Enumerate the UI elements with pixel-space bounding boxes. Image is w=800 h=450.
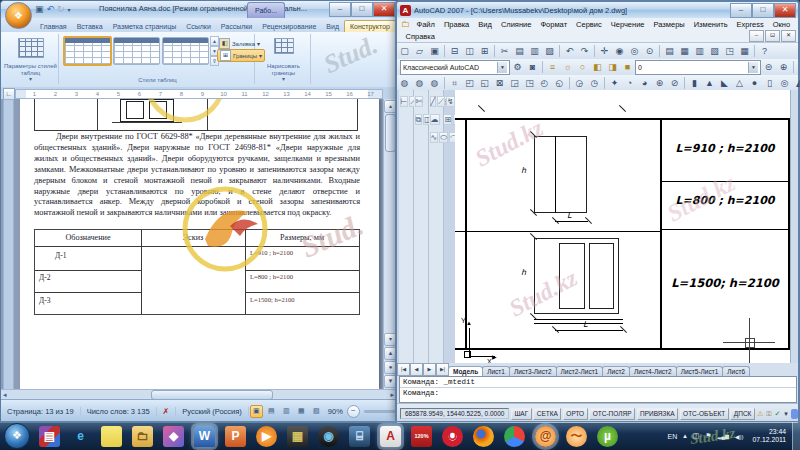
dim-linear-icon[interactable]: [400, 96, 409, 107]
designcenter-icon[interactable]: [678, 45, 691, 58]
autocad-titlebar[interactable]: A AutoCAD 2007 - [C:\Users\Mussabekv\Des…: [397, 2, 798, 18]
layout-tab[interactable]: Лист5-Лист1: [676, 366, 724, 376]
plot-preview-icon[interactable]: [463, 45, 476, 58]
spline-icon[interactable]: [430, 132, 439, 143]
maximize-button[interactable]: □: [752, 3, 774, 18]
taskbar-mailru-agent[interactable]: [535, 426, 556, 447]
language-indicator[interactable]: EN: [667, 433, 677, 440]
taskbar-media-player[interactable]: [256, 426, 277, 447]
maximize-button[interactable]: □: [351, 2, 373, 17]
array-icon[interactable]: [443, 114, 452, 125]
taskbar-winrar[interactable]: [39, 426, 60, 447]
layout-tab[interactable]: Лист3-Лист2: [509, 366, 557, 376]
revcloud-icon[interactable]: [430, 114, 440, 125]
solid-cone-icon[interactable]: [703, 77, 716, 90]
taskbar-powerpoint[interactable]: [225, 426, 246, 447]
sheetset-icon[interactable]: [708, 45, 721, 58]
taskbar-cyberlink[interactable]: [566, 426, 587, 447]
taskbar-autocad[interactable]: [380, 426, 401, 447]
layer-previous-icon[interactable]: [762, 61, 775, 74]
context-tab-group-label[interactable]: Рабо...: [247, 2, 285, 18]
zoom-window-icon[interactable]: [628, 45, 641, 58]
layout-tab[interactable]: Лист6: [722, 366, 750, 376]
mdi-restore-icon[interactable]: ⊡: [765, 30, 780, 42]
network-icon[interactable]: [718, 433, 729, 439]
scroll-right-icon[interactable]: [390, 391, 394, 399]
solid-cone2-icon[interactable]: [733, 77, 746, 90]
zoom-out-icon[interactable]: −: [347, 405, 360, 418]
taskbar-media-player-classic[interactable]: [287, 426, 308, 447]
layer-lock-icon[interactable]: [591, 61, 604, 74]
table-style-options-group[interactable]: Параметры стилей таблиц: [3, 34, 59, 84]
view-icon[interactable]: [508, 77, 521, 90]
next-layout-icon[interactable]: [423, 363, 436, 376]
solid-wedge-icon[interactable]: [718, 77, 731, 90]
taskbar-utorrent[interactable]: [597, 426, 618, 447]
status-toggle-button[interactable]: СЕТКА: [533, 408, 561, 420]
layer-bulb-icon[interactable]: [561, 61, 574, 74]
taskbar-chrome[interactable]: [504, 426, 525, 447]
save-icon[interactable]: [428, 45, 441, 58]
ribbon-tab[interactable]: Рецензирование: [257, 21, 321, 32]
construction-line-icon[interactable]: [437, 96, 445, 107]
coordinates-display[interactable]: 685878.9549, 15440.5225, 0.0000: [400, 408, 509, 419]
ribbon-tab[interactable]: Ссылки: [181, 21, 216, 32]
ribbon-tab[interactable]: Рассылки: [216, 21, 257, 32]
ribbon-tab[interactable]: Главная: [35, 21, 72, 32]
status-toggle-button[interactable]: ПРИВЯЗКА: [637, 408, 679, 420]
workspace-combo[interactable]: Классический AutoCAD: [400, 60, 510, 75]
taskbar-media-app[interactable]: [163, 426, 184, 447]
sep[interactable]: [684, 77, 685, 89]
word-count[interactable]: Число слов: 3 135: [81, 407, 157, 416]
osnap-icon[interactable]: [428, 77, 441, 90]
word-titlebar[interactable]: Пояснилка Аяна.doc [Режим ограниченной ф…: [1, 1, 398, 18]
status-toggle-button[interactable]: ШАГ: [511, 408, 532, 420]
status-toggle-button[interactable]: ОТС-ОБЪЕКТ: [680, 408, 729, 420]
layer-sun-icon[interactable]: [576, 61, 589, 74]
trusted-dwg-icon[interactable]: [774, 409, 781, 419]
status-toggle-button[interactable]: ОТС-ПОЛЯР: [589, 408, 635, 420]
view-icon[interactable]: [463, 77, 476, 90]
layer-plot-icon[interactable]: [606, 61, 619, 74]
toolbar-lock-icon[interactable]: [766, 409, 773, 419]
cut-icon[interactable]: [498, 45, 511, 58]
menu-item[interactable]: Слияние: [496, 20, 536, 29]
start-button[interactable]: [4, 423, 30, 449]
draft-view-icon[interactable]: [310, 405, 323, 418]
table-style-thumb[interactable]: [63, 36, 112, 66]
undo-icon[interactable]: [47, 4, 55, 14]
layout-tab[interactable]: Лист1: [482, 366, 510, 376]
document-area[interactable]: Двери внутренние по ГОСТ 6629-88* «Двери…: [1, 99, 398, 389]
osnap-icon[interactable]: [398, 77, 411, 90]
solid-sphere-icon[interactable]: [748, 77, 761, 90]
menu-item[interactable]: Правка: [439, 20, 473, 29]
workspace-save-icon[interactable]: [526, 61, 539, 74]
sep[interactable]: [604, 77, 605, 89]
mdi-close-icon[interactable]: ✕: [781, 30, 796, 42]
solid-torus-icon[interactable]: [778, 77, 791, 90]
redo-icon[interactable]: [578, 45, 591, 58]
render-icon[interactable]: [638, 77, 651, 90]
page-indicator[interactable]: Страница: 13 из 19: [1, 407, 81, 416]
combo-arrow-icon[interactable]: [748, 62, 758, 73]
close-button[interactable]: ✕: [774, 3, 796, 18]
ruler-strip[interactable]: 1234567891011121314151617: [15, 89, 383, 99]
sep[interactable]: [559, 45, 560, 57]
solid-cylinder-icon[interactable]: [763, 77, 776, 90]
zoom-previous-icon[interactable]: [643, 45, 656, 58]
view-icon[interactable]: [588, 77, 601, 90]
command-line[interactable]: Команда: _mtedit Команда:: [399, 376, 797, 403]
layout-tab[interactable]: Лист2-Лист1: [556, 366, 604, 376]
line-icon[interactable]: [430, 96, 437, 107]
table-style-thumb[interactable]: [113, 37, 160, 65]
action-center-icon[interactable]: [693, 432, 700, 440]
solid-box-icon[interactable]: [688, 77, 701, 90]
view-icon[interactable]: [538, 77, 551, 90]
drawing-canvas[interactable]: h L h L L=910 ; h=2100 L=: [455, 90, 791, 363]
menu-item[interactable]: Изменить: [689, 20, 732, 29]
combo-arrow-icon[interactable]: [497, 62, 507, 73]
sep[interactable]: [569, 77, 570, 89]
markup-icon[interactable]: [723, 45, 736, 58]
taskbar-ie[interactable]: [70, 426, 91, 447]
ribbon-tab[interactable]: Вставка: [72, 21, 108, 32]
